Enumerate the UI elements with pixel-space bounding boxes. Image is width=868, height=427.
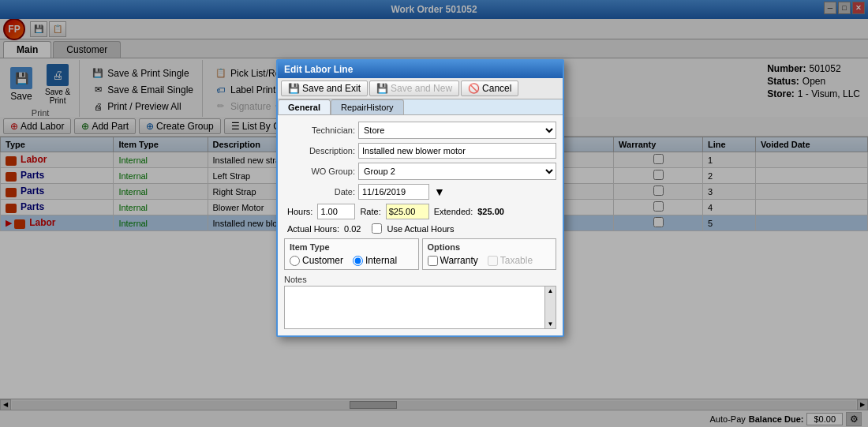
actual-hours-row: Actual Hours: 0.02 Use Actual Hours bbox=[284, 223, 556, 234]
hours-rate-row: Hours: Rate: Extended: $25.00 bbox=[284, 204, 556, 219]
item-type-options-row: Item Type Customer Internal Options bbox=[284, 238, 556, 270]
notes-scrollbar[interactable]: ▲ ▼ bbox=[545, 286, 556, 329]
actual-hours-value: 0.02 bbox=[344, 224, 361, 234]
description-input[interactable] bbox=[358, 143, 556, 159]
edit-labor-modal: Edit Labor Line 💾 Save and Exit 💾 Save a… bbox=[276, 59, 564, 337]
radio-customer[interactable] bbox=[290, 256, 300, 266]
hours-label: Hours: bbox=[287, 207, 312, 216]
modal-body: Technician: Store Description: WO Group:… bbox=[278, 115, 563, 335]
rate-input[interactable] bbox=[386, 204, 429, 219]
options-section: Options Warranty Taxable bbox=[422, 238, 557, 270]
notes-scroll-up[interactable]: ▲ bbox=[545, 287, 556, 295]
actual-hours-label: Actual Hours: bbox=[287, 224, 339, 234]
item-type-title: Item Type bbox=[290, 242, 413, 252]
radio-internal[interactable] bbox=[353, 256, 363, 266]
notes-textarea[interactable] bbox=[284, 286, 545, 329]
rate-label: Rate: bbox=[360, 207, 380, 216]
save-new-icon: 💾 bbox=[376, 83, 388, 94]
modal-tab-general[interactable]: General bbox=[278, 99, 331, 114]
use-actual-hours-label: Use Actual Hours bbox=[387, 224, 454, 234]
date-label: Date: bbox=[284, 187, 355, 197]
save-new-button[interactable]: 💾 Save and New bbox=[369, 81, 459, 96]
description-row: Description: bbox=[284, 143, 556, 159]
technician-label: Technician: bbox=[284, 125, 355, 135]
options-title: Options bbox=[428, 242, 552, 252]
cancel-icon: 🚫 bbox=[468, 83, 480, 94]
modal-toolbar: 💾 Save and Exit 💾 Save and New 🚫 Cancel bbox=[278, 78, 563, 99]
notes-container: ▲ ▼ bbox=[284, 286, 556, 329]
description-label: Description: bbox=[284, 146, 355, 155]
technician-row: Technician: Store bbox=[284, 122, 556, 139]
radio-customer-label[interactable]: Customer bbox=[290, 255, 343, 266]
options-checkboxes: Warranty Taxable bbox=[428, 255, 552, 266]
hours-input[interactable] bbox=[317, 204, 355, 219]
date-row: Date: ▼ bbox=[284, 184, 556, 200]
wo-group-label: WO Group: bbox=[284, 167, 355, 176]
modal-overlay: Edit Labor Line 💾 Save and Exit 💾 Save a… bbox=[0, 0, 868, 427]
item-type-radios: Customer Internal bbox=[290, 255, 413, 266]
extended-label: Extended: bbox=[434, 207, 473, 216]
modal-tab-bar: General RepairHistory bbox=[278, 99, 563, 115]
warranty-checkbox[interactable] bbox=[428, 256, 438, 266]
radio-internal-label[interactable]: Internal bbox=[353, 255, 397, 266]
cancel-button[interactable]: 🚫 Cancel bbox=[461, 81, 518, 96]
date-picker-button[interactable]: ▼ bbox=[434, 185, 445, 198]
notes-scroll-down[interactable]: ▼ bbox=[545, 320, 556, 328]
notes-section: Notes ▲ ▼ bbox=[284, 275, 556, 329]
save-exit-icon: 💾 bbox=[288, 83, 300, 94]
extended-value: $25.00 bbox=[477, 207, 504, 216]
save-exit-button[interactable]: 💾 Save and Exit bbox=[281, 81, 368, 96]
modal-header: Edit Labor Line bbox=[278, 61, 563, 78]
taxable-checkbox bbox=[488, 256, 498, 266]
taxable-checkbox-label: Taxable bbox=[488, 255, 533, 266]
notes-label: Notes bbox=[284, 275, 556, 284]
item-type-section: Item Type Customer Internal bbox=[284, 238, 419, 270]
technician-select[interactable]: Store bbox=[358, 122, 556, 139]
use-actual-hours-checkbox[interactable] bbox=[372, 223, 382, 234]
modal-tab-repair-history[interactable]: RepairHistory bbox=[331, 99, 404, 114]
modal-title: Edit Labor Line bbox=[284, 64, 353, 75]
warranty-checkbox-label[interactable]: Warranty bbox=[428, 255, 478, 266]
wo-group-select[interactable]: Group 2 bbox=[358, 163, 556, 180]
wo-group-row: WO Group: Group 2 bbox=[284, 163, 556, 180]
date-input[interactable] bbox=[358, 184, 429, 200]
